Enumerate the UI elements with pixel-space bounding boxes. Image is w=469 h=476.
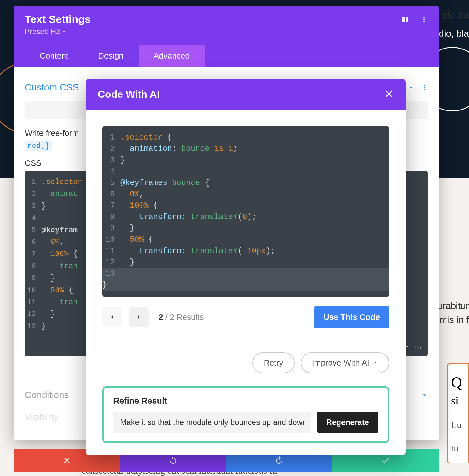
code-with-ai-modal: Code With AI ✕ 1.selector {2 animation: …	[86, 79, 406, 455]
ai-code-preview[interactable]: 1.selector {2 animation: bounce 1s 1;3}4…	[102, 126, 389, 297]
section-custom-css[interactable]: Custom CSS	[25, 82, 79, 93]
swap-icon[interactable]	[414, 343, 422, 351]
code-example: red;}	[25, 141, 52, 151]
tab-advanced[interactable]: Advanced	[139, 45, 205, 67]
preset-selector[interactable]: Preset: H2	[25, 27, 91, 36]
more-icon[interactable]	[421, 84, 428, 91]
svg-point-5	[424, 89, 425, 90]
ai-modal-title: Code With AI	[98, 89, 160, 100]
use-this-code-button[interactable]: Use This Code	[314, 306, 389, 328]
chevron-right-icon	[135, 314, 142, 320]
tabs: Content Design Advanced	[25, 45, 428, 67]
undo-icon	[169, 456, 178, 465]
refine-label: Refine Result	[113, 396, 378, 406]
bg-side-card: Q si Lu tu	[447, 363, 469, 463]
results-counter: 2 / 2 Results	[159, 312, 204, 322]
bg-text: rimis in f	[434, 315, 469, 325]
expand-icon[interactable]	[383, 16, 390, 23]
retry-button[interactable]: Retry	[252, 352, 294, 373]
check-icon	[381, 456, 390, 465]
svg-point-2	[423, 21, 425, 22]
svg-point-4	[424, 87, 425, 88]
refine-result-box: Refine Result Regenerate	[102, 386, 389, 443]
bg-text: odio, bla	[434, 28, 469, 39]
tab-design[interactable]: Design	[83, 45, 139, 67]
regenerate-button[interactable]: Regenerate	[317, 412, 378, 433]
columns-icon[interactable]	[401, 16, 409, 23]
svg-point-3	[424, 85, 425, 86]
section-conditions[interactable]: Conditions	[25, 390, 69, 400]
improve-with-ai-button[interactable]: Improve With AI	[301, 352, 390, 373]
section-visibility[interactable]: Visibility	[25, 412, 58, 422]
bg-text: ple Sa	[442, 9, 469, 20]
refine-input[interactable]	[113, 412, 311, 433]
chevron-up-icon[interactable]	[408, 84, 415, 91]
chevron-down-icon[interactable]	[421, 392, 428, 398]
close-button[interactable]: ✕	[384, 88, 394, 101]
modal-header: Text Settings Preset: H2 Content Design …	[14, 6, 439, 67]
chevron-left-icon	[108, 314, 115, 320]
svg-point-1	[423, 19, 425, 20]
next-result-button[interactable]	[129, 307, 149, 327]
prev-result-button[interactable]	[102, 307, 122, 327]
modal-title: Text Settings	[25, 13, 91, 25]
redo-icon	[275, 456, 284, 465]
tab-content[interactable]: Content	[25, 45, 83, 67]
svg-point-0	[423, 17, 425, 18]
more-icon[interactable]	[420, 16, 428, 23]
chevron-down-icon	[62, 29, 66, 34]
close-icon	[62, 456, 72, 465]
chevron-down-icon	[373, 360, 378, 365]
